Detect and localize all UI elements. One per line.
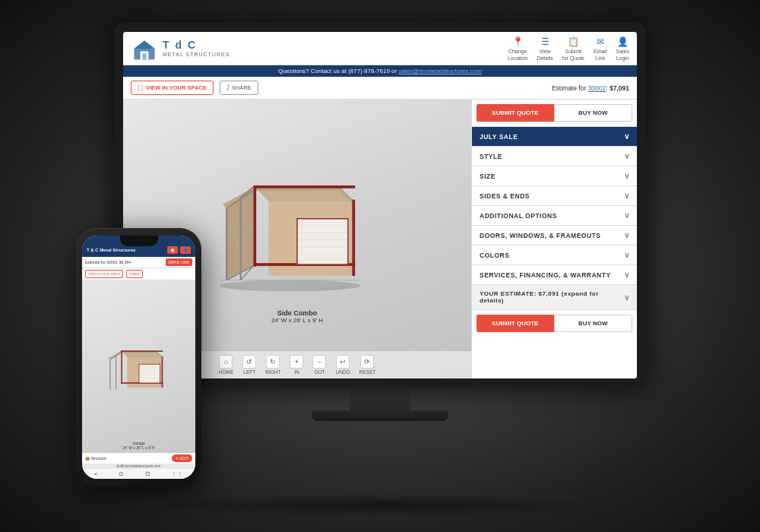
accordion-header-doors[interactable]: DOORS, WINDOWS, & FRAMEOUTS ∨ — [472, 226, 637, 245]
reset-button[interactable]: ⟳ RESET — [359, 355, 376, 375]
svg-rect-40 — [139, 364, 160, 383]
phone-header-icons: 📋 👤 — [167, 246, 191, 254]
left-button[interactable]: ↺ LEFT — [242, 355, 256, 375]
accordion-services: SERVICES, FINANCING, & WARRANTY ∨ — [472, 264, 637, 284]
bottom-buy-now-button[interactable]: BUY NOW — [554, 315, 633, 332]
zoom-in-button[interactable]: + IN — [290, 355, 303, 375]
phone-back-icon[interactable]: < — [94, 470, 98, 477]
logo-icon — [131, 35, 158, 62]
nav-view-details[interactable]: ☰ View Details — [537, 36, 553, 61]
buy-now-button[interactable]: BUY NOW — [554, 104, 633, 122]
list-icon: ☰ — [541, 36, 549, 47]
accordion-header-estimate[interactable]: YOUR ESTIMATE: $7,091 (expand for detail… — [472, 285, 637, 309]
phone-screen: T & C Metal Structures 📋 👤 Estimate for … — [82, 236, 195, 479]
phone-viewer: Garage 24' W x 26' L x 9' H — [82, 280, 195, 453]
nav-change-location[interactable]: 📍 Change Location — [508, 36, 527, 61]
accordion-colors: COLORS ∨ — [472, 245, 637, 264]
phone-email-link-button[interactable]: EMAIL LINK — [166, 258, 192, 266]
building-3d — [198, 150, 396, 302]
phone-icon-person: 👤 — [180, 246, 191, 254]
clipboard-icon: 📋 — [568, 36, 579, 47]
monitor-base — [312, 410, 448, 421]
chevron-icon: ∨ — [624, 293, 630, 302]
svg-marker-1 — [135, 40, 155, 49]
estimate-display: Estimate for 30002: $7,091 — [552, 84, 629, 92]
nav-submit-quote[interactable]: 📋 Submit for Quote — [562, 36, 584, 61]
zoom-in-icon: + — [290, 355, 303, 369]
phone-url-bar: build.tncmetalstructures.com — [82, 464, 195, 469]
phone-structure-label: 📦 Structure — [85, 456, 106, 461]
chevron-icon: ∨ — [624, 211, 630, 220]
accordion-style: STYLE ∨ — [472, 146, 637, 166]
nav-email-link[interactable]: ✉ Email Link — [594, 36, 607, 61]
header: T d C METAL STRUCTURES 📍 Change Location — [123, 32, 637, 65]
nav-label: Login — [616, 55, 629, 61]
svg-rect-3 — [142, 53, 146, 59]
nav-label: Sales — [616, 49, 629, 54]
nav-label: Details — [537, 55, 553, 61]
accordion-header-size[interactable]: SIZE ∨ — [472, 166, 637, 185]
accordion-size: SIZE ∨ — [472, 166, 637, 185]
accordion-additional: ADDITIONAL OPTIONS ∨ — [472, 205, 637, 225]
accordion-header-services[interactable]: SERVICES, FINANCING, & WARRANTY ∨ — [472, 265, 637, 284]
chevron-icon: ∨ — [624, 152, 630, 160]
phone-edit-button[interactable]: ✎ EDIT — [172, 454, 192, 462]
submit-quote-button[interactable]: SUBMIT QUOTE — [477, 104, 554, 122]
nav-sales-login[interactable]: 👤 Sales Login — [616, 36, 629, 61]
accordion-july-sale: JULY SALE ∨ — [472, 126, 637, 146]
undo-button[interactable]: ↩ UNDO — [335, 355, 350, 375]
svg-rect-32 — [121, 350, 122, 384]
top-buttons: SUBMIT QUOTE BUY NOW — [472, 100, 637, 126]
phone-view-space-button[interactable]: VIEW IN YOUR SPACE — [85, 270, 123, 278]
svg-rect-34 — [121, 350, 163, 352]
price-display: $7,091 — [610, 84, 629, 92]
phone-building-label: Garage 24' W x 26' L x 9' H — [122, 441, 154, 450]
phone-grid-icon[interactable]: ⋮⋮ — [171, 470, 183, 477]
home-icon: ⌂ — [219, 355, 233, 369]
share-button[interactable]: ⤴ SHARE — [220, 81, 258, 95]
bottom-submit-quote-button[interactable]: SUBMIT QUOTE — [477, 315, 554, 332]
accordion-header-july-sale[interactable]: JULY SALE ∨ — [472, 127, 637, 146]
phone-home-button[interactable]: ⊙ — [119, 470, 124, 477]
logo-sub: METAL STRUCTURES — [163, 52, 230, 58]
accordion-header-additional[interactable]: ADDITIONAL OPTIONS ∨ — [472, 206, 637, 225]
accordion-header-style[interactable]: STYLE ∨ — [472, 147, 637, 166]
nav-label: Email — [594, 49, 607, 54]
view-in-space-button[interactable]: ⬚ VIEW IN YOUR SPACE — [131, 81, 214, 95]
accordion-header-sides-ends[interactable]: SIDES & ENDS ∨ — [472, 186, 637, 205]
chevron-icon: ∨ — [624, 251, 630, 259]
phone-outer: T & C Metal Structures 📋 👤 Estimate for … — [76, 228, 201, 486]
chevron-icon: ∨ — [624, 172, 630, 180]
svg-point-27 — [220, 280, 361, 291]
toolbar-left: ⬚ VIEW IN YOUR SPACE ⤴ SHARE — [131, 81, 258, 95]
svg-rect-8 — [253, 185, 256, 267]
phone-estimate: Estimate for 30002: $6,994 — [85, 260, 131, 264]
logo-tc: T d C — [163, 39, 230, 52]
zoom-out-button[interactable]: − OUT — [312, 355, 326, 375]
zoom-out-icon: − — [312, 355, 326, 369]
location-icon: 📍 — [512, 36, 524, 47]
zip-code-link[interactable]: 30002 — [588, 84, 606, 92]
phone: T & C Metal Structures 📋 👤 Estimate for … — [76, 228, 201, 486]
phone-icon-doc: 📋 — [167, 246, 178, 254]
accordion-header-colors[interactable]: COLORS ∨ — [472, 245, 637, 264]
phone-bottom-bar: 📦 Structure ✎ EDIT — [82, 453, 195, 464]
phone-building-3d — [97, 337, 181, 397]
phone-share-button[interactable]: SHARE — [126, 270, 143, 278]
phone-sub-bar: Estimate for 30002: $6,994 EMAIL LINK — [82, 257, 195, 268]
email-icon: ✉ — [597, 36, 604, 47]
rotate-left-icon: ↺ — [242, 355, 256, 369]
nav-label: Link — [595, 55, 605, 61]
chevron-icon: ∨ — [624, 192, 630, 200]
undo-icon: ↩ — [336, 355, 350, 369]
home-button[interactable]: ⌂ HOME — [219, 355, 234, 375]
accordion-sides-ends: SIDES & ENDS ∨ — [472, 185, 637, 205]
logo-text: T d C METAL STRUCTURES — [163, 39, 230, 58]
monitor-stand — [350, 388, 410, 410]
reset-icon: ⟳ — [360, 355, 374, 369]
right-button[interactable]: ↻ RIGHT — [265, 355, 280, 375]
contact-email[interactable]: sales@tncmetalstructures.com — [398, 68, 482, 74]
share-icon: ⤴ — [226, 84, 230, 91]
phone-square-icon[interactable]: ⊡ — [145, 470, 150, 477]
shadow — [152, 494, 608, 517]
